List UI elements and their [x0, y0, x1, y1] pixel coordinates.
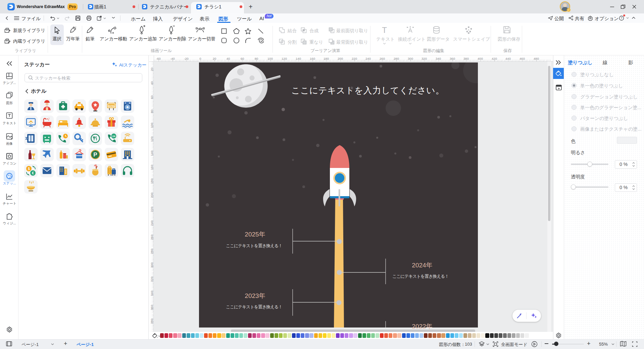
svg-text:24: 24: [112, 135, 115, 138]
svg-text:€: €: [32, 171, 34, 175]
svg-text:?: ?: [621, 16, 622, 20]
svg-text:HOTEL: HOTEL: [107, 105, 115, 107]
svg-text:$: $: [28, 167, 30, 171]
svg-text:P: P: [93, 151, 97, 158]
